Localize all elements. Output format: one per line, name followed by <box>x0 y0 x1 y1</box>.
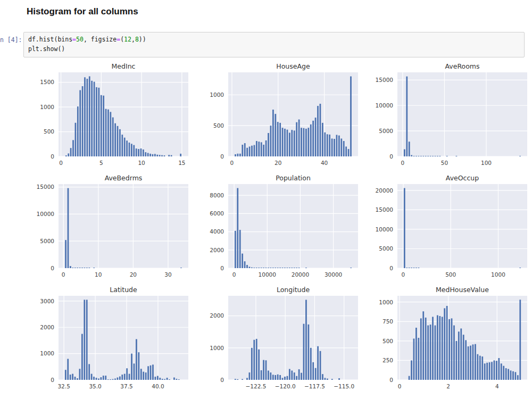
histogram-bar <box>433 156 434 156</box>
histogram-bar <box>93 268 95 268</box>
histogram-bar <box>242 379 243 380</box>
histogram-bar <box>331 138 332 156</box>
histogram-bar <box>420 318 422 380</box>
histogram-bar <box>235 231 236 268</box>
x-tick-label: 2 <box>447 383 451 389</box>
histogram-bar <box>98 88 99 156</box>
plot-area <box>228 184 358 268</box>
histogram-bar <box>265 268 267 268</box>
histogram-bar <box>291 371 293 380</box>
histogram-bar <box>263 268 264 268</box>
histogram-bar <box>107 110 109 156</box>
histogram-bar <box>350 77 352 156</box>
subplot-title: Latitude <box>110 286 137 294</box>
histogram-bar <box>336 135 337 156</box>
histogram-bar <box>81 268 83 268</box>
histogram-bar <box>112 118 114 156</box>
histogram-bar <box>270 268 271 268</box>
histogram-bar <box>149 154 151 156</box>
y-tick-label: 0 <box>220 377 224 383</box>
histogram-bar <box>110 379 111 380</box>
histogram-bar <box>491 362 493 380</box>
histogram-bar <box>326 134 328 156</box>
histogram-bar <box>117 126 119 156</box>
histogram-bar <box>279 123 281 156</box>
histogram-bar <box>444 308 446 380</box>
histogram-bar <box>501 363 502 380</box>
y-tick-label: 0 <box>220 265 224 271</box>
histogram-bar <box>418 156 420 156</box>
code-token: 50 <box>76 36 84 43</box>
x-tick-label: 37.5 <box>120 383 132 389</box>
histogram-bar <box>430 325 431 380</box>
histogram-bar <box>164 155 165 156</box>
histogram-bar <box>409 142 410 156</box>
histogram-bar <box>484 363 486 380</box>
histogram-bar <box>168 155 170 156</box>
histogram-bar <box>435 156 436 156</box>
histogram-bar <box>498 358 500 380</box>
histogram-bar <box>260 268 262 268</box>
histogram-bar <box>244 143 245 156</box>
histogram-bar <box>96 87 97 156</box>
histogram-bar <box>449 319 451 380</box>
histogram-bar <box>253 340 255 380</box>
histogram-bar <box>248 267 250 268</box>
plot-area <box>59 184 188 268</box>
histogram-bar <box>72 140 74 156</box>
histogram-bar <box>503 366 505 380</box>
histogram-bar <box>286 268 288 268</box>
histogram-bar <box>91 374 93 380</box>
histogram-bar <box>147 366 149 380</box>
histogram-bar <box>298 268 300 268</box>
histogram-bar <box>298 120 300 156</box>
histogram-bar <box>338 136 340 156</box>
histogram-bar <box>279 268 281 268</box>
histogram-bar <box>303 128 304 156</box>
subplot-title: AveOccup <box>446 174 479 182</box>
histogram-bar <box>293 268 295 268</box>
histogram-bar <box>129 143 130 156</box>
histogram-bar <box>72 268 73 268</box>
histogram-bar <box>77 378 78 380</box>
histogram-bar <box>423 156 425 156</box>
y-tick-label: 5000 <box>379 128 394 134</box>
histogram-bar <box>289 268 290 268</box>
histogram-bar <box>423 311 425 380</box>
histogram-bar <box>418 268 420 268</box>
histogram-bar <box>272 110 274 156</box>
code-token: plt.show() <box>28 45 65 53</box>
histogram-bar <box>121 375 123 380</box>
histogram-bar <box>293 130 295 156</box>
histogram-bar <box>319 351 321 380</box>
histogram-bar <box>439 316 441 380</box>
histogram-bar <box>162 379 163 380</box>
subplot-latitude: Latitude32.535.037.540.00100020003000 <box>21 285 190 393</box>
histogram-bar <box>284 377 286 380</box>
code-token: = <box>72 36 76 43</box>
histogram-bar <box>291 130 293 156</box>
x-tick-label: 0 <box>398 383 402 389</box>
histogram-bar <box>82 86 84 156</box>
y-tick-label: 5000 <box>379 245 394 252</box>
subplot-averooms: AveRooms050100050001000015000 <box>360 62 529 169</box>
histogram-bar <box>435 326 436 380</box>
histogram-bar <box>512 371 514 380</box>
code-editor[interactable]: df.hist(bins=50, figsize=(12,8))plt.show… <box>23 32 525 57</box>
histogram-bar <box>310 348 312 380</box>
x-tick-label: 100 <box>481 160 492 166</box>
histogram-bar <box>331 379 333 380</box>
histogram-bar <box>305 129 307 156</box>
histogram-bar <box>281 268 283 268</box>
histogram-bar <box>334 139 335 156</box>
histogram-bar <box>472 344 474 380</box>
histogram-bar <box>171 155 172 156</box>
histogram-bar <box>101 95 102 156</box>
cell-prompt: n [4]: <box>0 36 22 44</box>
code-cell: n [4]: df.hist(bins=50, figsize=(12,8))p… <box>0 32 525 57</box>
code-text[interactable]: df.hist(bins=50, figsize=(12,8))plt.show… <box>28 35 520 54</box>
histogram-bar <box>303 324 304 380</box>
histogram-bar <box>244 261 245 268</box>
histogram-bar <box>277 375 278 380</box>
code-token: , figsize <box>84 36 117 43</box>
